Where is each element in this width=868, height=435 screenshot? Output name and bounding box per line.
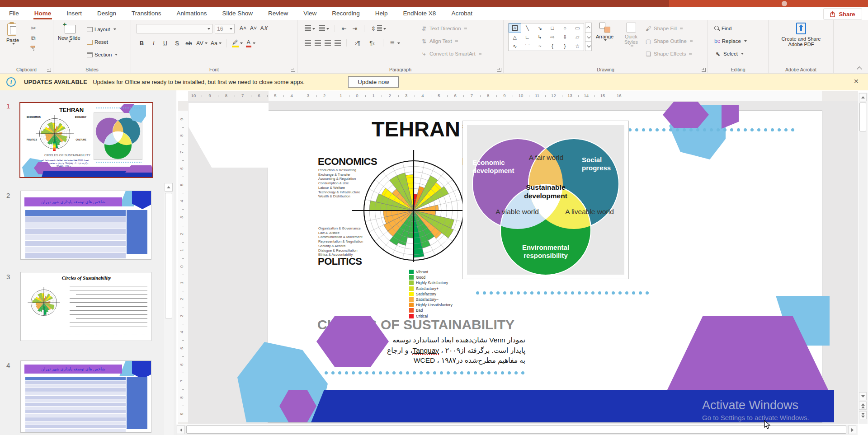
change-case-button[interactable]: Aa xyxy=(211,39,222,48)
clear-formatting-button[interactable]: A𝘟 xyxy=(259,24,268,33)
chart-legend[interactable]: VibrantGoodHighly SatisfactorySatisfacto… xyxy=(409,269,453,319)
font-name-combo[interactable] xyxy=(137,24,212,33)
bullets-button[interactable] xyxy=(305,24,315,33)
scroll-right-button[interactable] xyxy=(848,426,856,434)
ltr-paragraph-button[interactable]: ›¶ xyxy=(352,39,363,47)
tab-slide-show[interactable]: Slide Show xyxy=(221,8,254,19)
horizontal-scroll-thumb[interactable] xyxy=(186,426,846,434)
shape-snip-corner-rectangle[interactable]: ▱ xyxy=(571,33,584,42)
slide-thumbnail-2[interactable]: شاخص های توسعه پایداری شهر تهران xyxy=(20,191,151,260)
cut-button[interactable]: ✂ xyxy=(30,24,37,32)
align-center-button[interactable] xyxy=(315,40,321,46)
gallery-down-button[interactable] xyxy=(585,32,592,42)
previous-slide-button[interactable] xyxy=(859,402,867,410)
gallery-up-button[interactable] xyxy=(585,23,592,33)
justify-button[interactable] xyxy=(335,40,341,46)
find-button[interactable]: Find xyxy=(714,23,747,33)
decor-dotted-row-middle[interactable] xyxy=(476,291,649,295)
new-slide-button[interactable]: + New Slide xyxy=(58,23,80,42)
slide-title[interactable]: TEHRAN xyxy=(357,117,475,141)
quick-styles-button[interactable]: Quick Styles xyxy=(620,23,642,47)
shape-curve[interactable]: ~ xyxy=(533,42,546,51)
politics-heading[interactable]: POLITICS xyxy=(318,256,362,267)
text-shadow-button[interactable]: S xyxy=(173,39,181,48)
arrange-button[interactable]: Arrange xyxy=(596,23,613,41)
shape-rectangle[interactable]: □ xyxy=(546,23,559,33)
paragraph-dialog-launcher[interactable] xyxy=(497,68,501,72)
shape-elbow-connector[interactable]: ∟ xyxy=(521,33,534,42)
tab-design[interactable]: Design xyxy=(96,8,117,19)
vertical-scroll-thumb[interactable] xyxy=(859,103,866,131)
slide-thumbnail-4[interactable]: شاخص های توسعه پایداری شهر تهران xyxy=(20,360,151,433)
shape-star[interactable]: ☆ xyxy=(571,42,584,51)
slide-thumbnail-1[interactable]: TEHRANECONOMICSECOLOGYPOLITICSCULTURECIR… xyxy=(19,102,153,178)
italic-button[interactable]: I xyxy=(149,39,158,48)
venn-diagram-image[interactable]: Economic development A fair world Social… xyxy=(462,121,629,279)
tab-endnote-x8[interactable]: EndNote X8 xyxy=(402,8,437,19)
layout-button[interactable]: Layout xyxy=(87,24,118,34)
shape-elbow-arrow-connector[interactable]: ↳ xyxy=(533,33,546,42)
shape-left-brace[interactable]: { xyxy=(546,42,559,51)
slide-editing-canvas[interactable]: TEHRAN 2012 ECONOMICS Production & Resou… xyxy=(188,101,858,424)
shape-down-arrow[interactable]: ⇩ xyxy=(559,33,571,42)
collapse-ribbon-button[interactable] xyxy=(857,66,862,70)
thumbnail-scroll-thumb[interactable] xyxy=(165,193,172,318)
convert-smartart-button[interactable]: ⤷Convert to SmartArt xyxy=(420,49,481,59)
shape-isosceles-triangle[interactable]: △ xyxy=(509,33,521,42)
replace-button[interactable]: bcReplace xyxy=(714,36,747,46)
update-now-button[interactable]: Update now xyxy=(348,76,399,88)
decor-dotted-row-bottom[interactable] xyxy=(325,371,524,374)
decor-offslide-white-shape[interactable] xyxy=(189,103,269,168)
shape-right-brace[interactable]: } xyxy=(559,42,571,51)
select-button[interactable]: ⬉Select xyxy=(714,49,747,59)
rtl-paragraph-button[interactable]: ¶‹ xyxy=(367,39,377,47)
shape-line[interactable]: ╲ xyxy=(521,23,534,33)
tab-transitions[interactable]: Transitions xyxy=(131,8,162,19)
tab-animations[interactable]: Animations xyxy=(176,8,208,19)
align-left-button[interactable] xyxy=(305,40,311,46)
horizontal-scrollbar[interactable] xyxy=(176,425,858,435)
tab-home[interactable]: Home xyxy=(33,8,52,19)
align-text-button[interactable]: ⇅Align Text xyxy=(420,36,481,46)
tab-recording[interactable]: Recording xyxy=(331,8,361,19)
section-button[interactable]: Section xyxy=(87,50,118,60)
horizontal-ruler[interactable]: 1615141312111098765432101234567891011121… xyxy=(188,91,858,101)
format-painter-button[interactable] xyxy=(30,45,37,51)
shape-right-arrow[interactable]: ⇨ xyxy=(546,33,559,42)
shape-line-arrow[interactable]: ↘ xyxy=(533,23,546,33)
politics-list[interactable]: Organization & GovernanceLaw & JusticeCo… xyxy=(318,226,363,257)
shape-scribble[interactable]: ∿ xyxy=(509,42,521,51)
shape-text-box[interactable]: A xyxy=(509,23,521,33)
vertical-scrollbar[interactable] xyxy=(859,93,868,424)
text-direction-button[interactable]: ⇵Text Direction xyxy=(420,23,481,33)
increase-indent-button[interactable]: ⇥ xyxy=(351,25,359,32)
copy-button[interactable]: ⧉ xyxy=(30,35,37,42)
share-button[interactable]: Share xyxy=(823,8,862,20)
font-size-combo[interactable]: 16 xyxy=(215,24,235,33)
slide-caption-persian[interactable]: نمودار Venn نشان‌دهنده ابعاد استاندارد ت… xyxy=(384,335,525,366)
paste-button[interactable]: Paste xyxy=(6,23,19,45)
shape-rounded-rectangle[interactable]: ▭ xyxy=(571,23,584,33)
tab-help[interactable]: Help xyxy=(374,8,389,19)
numbering-button[interactable] xyxy=(319,24,329,33)
tab-insert[interactable]: Insert xyxy=(66,8,83,19)
shrink-font-button[interactable]: A˅ xyxy=(249,24,258,33)
clipboard-dialog-launcher[interactable] xyxy=(47,68,51,72)
bold-button[interactable]: B xyxy=(137,39,146,48)
gallery-more-button[interactable] xyxy=(585,41,592,51)
tab-file[interactable]: File xyxy=(8,8,20,19)
economics-heading[interactable]: ECONOMICS xyxy=(318,156,377,168)
decrease-indent-button[interactable]: ⇤ xyxy=(340,25,348,32)
tab-review[interactable]: Review xyxy=(267,8,289,19)
slide-thumbnail-3[interactable]: Circles of Sustainability xyxy=(20,272,151,341)
scroll-down-button[interactable] xyxy=(859,392,867,400)
align-right-button[interactable] xyxy=(325,40,331,46)
underline-button[interactable]: U xyxy=(161,39,170,48)
create-share-pdf-button[interactable]: Create and Share Adobe PDF xyxy=(778,23,824,47)
shape-oval[interactable]: ○ xyxy=(559,23,571,33)
highlight-color-button[interactable]: 🖉 xyxy=(232,39,243,48)
strikethrough-button[interactable]: ab xyxy=(184,39,193,48)
reset-button[interactable]: Reset xyxy=(87,37,118,47)
shape-fill-button[interactable]: 🖌Shape Fill xyxy=(645,23,693,33)
tab-view[interactable]: View xyxy=(302,8,317,19)
